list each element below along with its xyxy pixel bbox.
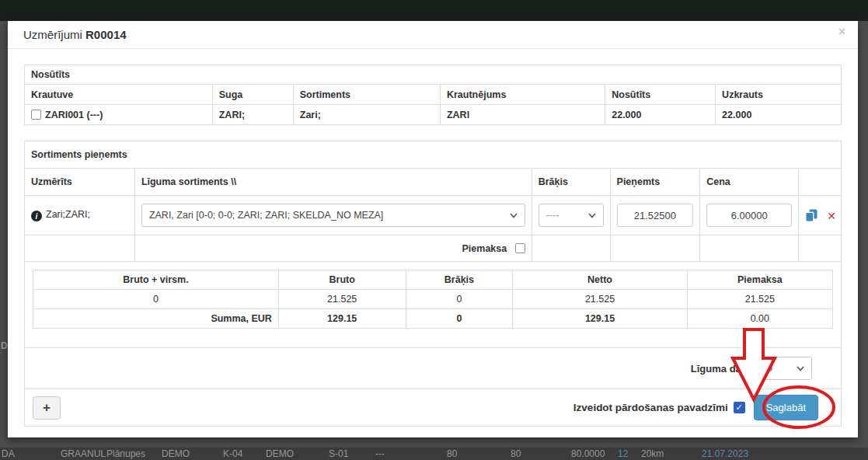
accepted-header-row: Uzmērīts Līguma sortiments \\ Brāķis Pie… [25,169,842,196]
netto-value: 21.525 [513,290,687,309]
col-uzmerits: Uzmērīts [25,169,135,196]
bg-cell: K-04 [223,448,242,459]
bg-cell: --- [375,448,385,459]
pienemts-input[interactable] [617,204,694,227]
col-liguma-sortiments: Līguma sortiments \\ [134,169,532,196]
liguma-sortiments-select[interactable]: ZARI, Zari [0-0; 0-0; ZARI; ZARI; SKELDA… [141,204,525,227]
accepted-data-row: iZari;ZARI; ZARI, Zari [0-0; 0-0; ZARI; … [25,196,842,235]
sent-table-header-row: Krautuve Suga Sortiments Krautnējums Nos… [25,85,842,105]
invoice-checkbox-label: Izveidot pārdošanas pavadzīmi [573,402,728,413]
col-pienemts: Pieņemts [610,169,700,196]
summary-row: Bruto + virsm. Bruto Brāķis Netto Piemak… [25,262,842,348]
liguma-dala-label: Līguma daļa: [691,363,753,375]
sent-table-caption: Nosūtīts [25,65,842,85]
row-select-checkbox[interactable] [31,110,41,120]
measurements-modal: Uzmērījumi R00014 × Nosūtīts Krautuve Su… [8,21,858,437]
chevron-down-icon [510,211,518,219]
chevron-down-icon [797,364,804,372]
liguma-dala-row: Līguma daļa: 0 [25,348,842,389]
bg-cell: S-01 [329,448,348,459]
brakis-value: 0 [406,290,513,309]
col-brakis: Brāķis [532,169,610,196]
col-actions [799,169,842,196]
suga-value: ZARI; [212,105,293,125]
krautuve-value: ZARI001 (---) [45,110,103,120]
col-uzkrauts: Uzkrauts [716,85,842,105]
nosutits-value: 22.000 [605,105,716,125]
invoice-checkbox[interactable]: ✓ [734,402,745,413]
modal-title: Uzmērījumi R00014 [23,28,127,41]
col-suga: Suga [212,85,293,105]
bg-cell: DEMO [162,448,190,459]
summa-netto: 129.15 [513,309,687,329]
summa-label: Summa, EUR [33,309,279,329]
brakis-select[interactable]: ---- [539,204,604,227]
bg-link: 12 [618,448,628,459]
summary-values-row: 0 21.525 0 21.525 21.525 [33,290,833,309]
bg-cell: DEMO [266,448,294,459]
col-piemaksa-sum: Piemaksa [687,270,832,290]
chevron-down-icon [588,211,596,219]
summa-piemaksa: 0.00 [687,309,832,329]
summary-table: Bruto + virsm. Bruto Brāķis Netto Piemak… [33,270,833,329]
piemaksa-label: Piemaksa [462,243,507,254]
piemaksa-row: Piemaksa [25,235,842,262]
bruto-virsm-value: 0 [33,290,279,309]
delete-icon[interactable]: ✕ [827,209,836,221]
modal-title-text: Uzmērījumi [23,28,82,41]
modal-title-number: R00014 [85,28,127,41]
piemaksa-checkbox[interactable] [515,243,525,253]
col-cena: Cena [700,169,799,196]
modal-body: Nosūtīts Krautuve Suga Sortiments Krautn… [8,49,858,427]
actions-row: + Izveidot pārdošanas pavadzīmi ✓ Saglab… [25,389,842,427]
liguma-sortiments-selected: ZARI, Zari [0-0; 0-0; ZARI; ZARI; SKELDA… [149,210,383,221]
brakis-selected: ---- [546,210,559,221]
bg-cell: 80 [511,448,521,459]
background-table-row: DA GRAANUL Plānupes DEMO K-04 DEMO S-01 … [0,448,868,460]
summary-header-row: Bruto + virsm. Bruto Brāķis Netto Piemak… [33,270,833,290]
copy-icon[interactable] [805,209,817,222]
summa-brakis: 0 [406,309,513,329]
krautnejums-value: ZARI [440,105,605,125]
uzkrauts-value: 22.000 [716,105,842,125]
bg-cell: Plānupes [106,448,145,459]
summary-totals-row: Summa, EUR 129.15 0 129.15 0.00 [33,309,833,329]
accepted-table-caption: Sortiments pieņemts [25,141,842,169]
add-row-button[interactable]: + [33,396,61,420]
bruto-value: 21.525 [278,290,406,309]
bg-cell: 80.0000 [571,448,605,459]
save-button[interactable]: Saglabāt [754,395,818,420]
accepted-table: Sortiments pieņemts Uzmērīts Līguma sort… [24,141,842,427]
screen: DA DA GRAANUL Plānupes DEMO K-04 DEMO S-… [0,0,868,460]
bg-cell: DA [2,448,15,459]
sortiments-value: Zari; [293,105,440,125]
close-icon[interactable]: × [838,26,845,38]
sent-table: Nosūtīts Krautuve Suga Sortiments Krautn… [24,64,842,125]
col-sortiments: Sortiments [293,85,440,105]
col-netto: Netto [513,270,687,290]
uzmerits-value: Zari;ZARI; [46,209,90,220]
liguma-dala-select[interactable]: 0 [759,357,812,380]
cena-input[interactable] [706,204,792,227]
summa-bruto: 129.15 [278,309,406,329]
bg-cell: 20km [641,448,664,459]
col-brakis-sum: Brāķis [406,270,513,290]
liguma-dala-selected: 0 [767,363,772,374]
bg-date-link: 21.07.2023 [702,448,748,459]
col-bruto-virsm: Bruto + virsm. [33,270,279,290]
bg-cell: GRAANUL [61,448,106,459]
bg-cell: 80 [447,448,457,459]
sent-table-row: ZARI001 (---) ZARI; Zari; ZARI 22.000 22… [25,105,842,125]
col-krautnejums: Krautnējums [440,85,605,105]
col-nosutits: Nosūtīts [605,85,716,105]
info-icon: i [31,211,42,221]
background-topbar [0,0,868,21]
col-krautuve: Krautuve [25,85,213,105]
col-bruto: Bruto [278,270,406,290]
piemaksa-value: 21.525 [687,290,832,309]
modal-header: Uzmērījumi R00014 × [8,21,858,49]
